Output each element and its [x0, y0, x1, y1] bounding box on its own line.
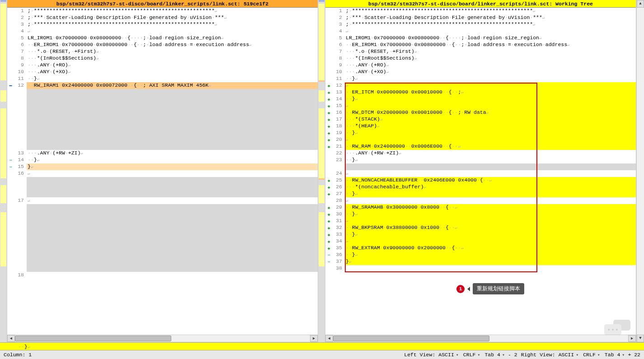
code-content[interactable] [27, 272, 318, 279]
code-line[interactable] [325, 163, 636, 170]
code-content[interactable]: ;·**************************************… [345, 8, 636, 14]
overview-mark[interactable] [319, 185, 324, 203]
code-line[interactable] [7, 89, 318, 96]
code-content[interactable]: ··}↵ [345, 157, 636, 163]
code-content[interactable] [27, 130, 318, 136]
code-line[interactable]: 22···.ANY·(+RW·+ZI)↵ [325, 150, 636, 157]
code-content[interactable]: ··RW_IRAM1·0x24000000·0x00072000··{··;·A… [27, 82, 318, 89]
code-content[interactable]: ↵ [27, 197, 318, 204]
code-content[interactable] [27, 123, 318, 130]
code-line[interactable] [7, 116, 318, 123]
code-content[interactable] [27, 136, 318, 143]
overview-mark[interactable] [0, 4, 6, 80]
code-line[interactable]: 5LR_IROM1·0x70000000·0x08000000··{····;·… [7, 35, 318, 42]
code-content[interactable]: LR_IROM1·0x70000000·0x00800000··{····;·l… [345, 35, 636, 42]
code-content[interactable] [345, 163, 636, 170]
code-line[interactable]: ✚15↵ [325, 103, 636, 109]
code-line[interactable] [7, 204, 318, 211]
overview-mark[interactable] [0, 185, 6, 203]
code-content[interactable]: ↵ [345, 197, 636, 204]
code-content[interactable] [27, 184, 318, 191]
code-content[interactable]: ↵ [345, 28, 636, 35]
code-content[interactable]: ··}↵ [345, 252, 636, 258]
code-line[interactable]: ✚27··}↵ [325, 191, 636, 197]
code-line[interactable] [7, 184, 318, 191]
code-line[interactable]: ✚18···*(HEAP)↵ [325, 123, 636, 130]
code-content[interactable] [27, 116, 318, 123]
overview-mark[interactable] [0, 108, 6, 178]
code-content[interactable]: ···*(InRoot$$Sections)↵ [27, 55, 318, 62]
code-content[interactable]: ··RW_RAM·0x24000000··0x0006E000··{··↵ [345, 143, 636, 150]
code-content[interactable]: ···.ANY·(+RO)↵ [345, 62, 636, 69]
left-tab-select[interactable]: Tab 4 [483, 352, 506, 358]
right-eol-select[interactable]: CRLF [582, 352, 602, 358]
code-line[interactable]: ✚20↵ [325, 136, 636, 143]
overview-ruler-right[interactable] [318, 0, 325, 342]
code-line[interactable]: ⇔36··}↵ [325, 252, 636, 258]
code-content[interactable] [27, 191, 318, 197]
code-content[interactable]: ··}↵ [345, 75, 636, 82]
code-line[interactable]: ✚32··RW_BKPSRAM·0x38800000·0x1000··{··↵ [325, 224, 636, 231]
scroll-down-icon[interactable]: ▼ [637, 335, 644, 342]
overview-ruler-left[interactable] [0, 0, 7, 342]
code-line[interactable]: ✚34↵ [325, 238, 636, 245]
scroll-left-icon[interactable]: ◄ [7, 335, 15, 342]
code-content[interactable] [27, 224, 318, 231]
code-content[interactable] [27, 211, 318, 218]
code-content[interactable]: ··}↵ [345, 130, 636, 136]
code-line[interactable]: ✚21··RW_RAM·0x24000000··0x0006E000··{··↵ [325, 143, 636, 150]
code-line[interactable] [7, 265, 318, 272]
right-vscroll[interactable]: ▲ ▼ [636, 0, 644, 342]
code-line[interactable]: 9···.ANY·(+RO)↵ [7, 62, 318, 69]
code-content[interactable]: ···.ANY·(+XO)↵ [345, 69, 636, 75]
code-content[interactable] [27, 238, 318, 245]
code-content[interactable] [27, 245, 318, 252]
code-content[interactable]: ↵ [345, 103, 636, 109]
code-line[interactable]: 11··}↵ [7, 75, 318, 82]
chat-bubble-icon[interactable] [604, 320, 631, 338]
code-content[interactable] [27, 252, 318, 258]
code-line[interactable]: ✚17···*(STACK)↵ [325, 116, 636, 123]
code-line[interactable]: ✚12↵ [325, 82, 636, 89]
right-tab-select[interactable]: Tab 4 [603, 352, 626, 358]
code-content[interactable]: ··RW_NONCACHEABLEBUFFER··0x2406E000·0x40… [345, 177, 636, 184]
code-content[interactable]: ;·**************************************… [345, 21, 636, 28]
code-line[interactable]: ✚16··RW_DTCM·0x20000000·0x00010000··{··;… [325, 109, 636, 116]
code-content[interactable]: ···.ANY·(+RW·+ZI)↵ [27, 150, 318, 157]
code-content[interactable]: ··}↵ [27, 157, 318, 163]
code-line[interactable]: ✚26···*(noncacheable_buffer)↵ [325, 184, 636, 191]
code-line[interactable]: 28↵ [325, 197, 636, 204]
code-content[interactable]: ··}↵ [27, 75, 318, 82]
code-line[interactable] [7, 177, 318, 184]
code-line[interactable] [7, 143, 318, 150]
code-line[interactable]: ⇔14··}↵ [7, 157, 318, 163]
code-line[interactable]: 7···*.o·(RESET,·+First)↵ [7, 48, 318, 55]
code-content[interactable] [27, 109, 318, 116]
code-content[interactable]: ↵ [345, 218, 636, 224]
code-line[interactable]: 17↵ [7, 197, 318, 204]
code-content[interactable]: ;·***·Scatter-Loading·Description·File·g… [345, 14, 636, 21]
code-line[interactable]: 10···.ANY·(+XO)↵ [7, 69, 318, 75]
code-line[interactable] [7, 218, 318, 224]
right-editor[interactable]: 1;·*************************************… [325, 8, 636, 335]
code-content[interactable] [27, 103, 318, 109]
code-line[interactable]: 18 [7, 272, 318, 279]
code-line[interactable] [7, 211, 318, 218]
code-content[interactable] [345, 265, 636, 272]
scroll-right-icon[interactable]: ► [310, 335, 318, 342]
code-line[interactable]: 38 [325, 265, 636, 272]
code-content[interactable]: ··RW_SRAMAHB·0x30000000·0x8000··{··↵ [345, 204, 636, 211]
code-line[interactable] [7, 130, 318, 136]
left-eol-select[interactable]: CRLF [462, 352, 482, 358]
overview-mark[interactable] [319, 0, 324, 2]
code-line[interactable]: 11··}↵ [325, 75, 636, 82]
code-line[interactable]: ⇔15}↵ [7, 163, 318, 170]
code-line[interactable] [7, 191, 318, 197]
code-content[interactable]: }↵ [27, 163, 318, 170]
code-content[interactable]: ;·**************************************… [27, 21, 318, 28]
code-line[interactable]: 2;·***·Scatter-Loading·Description·File·… [325, 14, 636, 21]
overview-mark[interactable] [319, 4, 324, 80]
code-content[interactable]: ··RW_BKPSRAM·0x38800000·0x1000··{··↵ [345, 224, 636, 231]
code-content[interactable]: ···*(HEAP)↵ [345, 123, 636, 130]
code-line[interactable] [7, 245, 318, 252]
